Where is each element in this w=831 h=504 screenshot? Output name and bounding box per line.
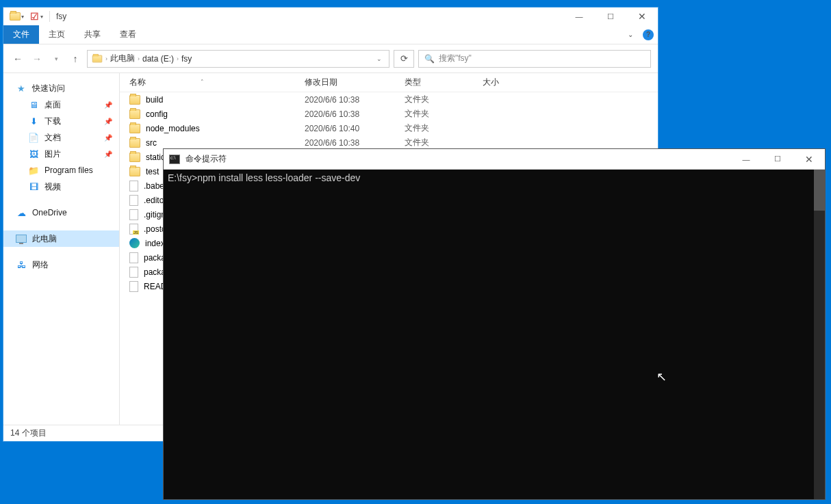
sidebar-item-视频[interactable]: 🎞视频 xyxy=(3,178,119,195)
file-type: 文件夹 xyxy=(405,108,483,120)
explorer-titlebar[interactable]: ▾ ☑ ▾ fsy — ☐ ✕ xyxy=(3,8,658,25)
file-row[interactable]: config2020/6/6 10:38文件夹 xyxy=(120,107,658,121)
qat-properties-icon[interactable]: ☑ xyxy=(27,9,42,24)
qat-dropdown2-icon[interactable]: ▾ xyxy=(40,14,46,20)
edge-icon xyxy=(129,238,140,248)
sidebar-quick-access[interactable]: ★ 快速访问 xyxy=(3,80,119,96)
file-name: build xyxy=(146,95,163,105)
sidebar-item-文档[interactable]: 📄文档📌 xyxy=(3,129,119,146)
file-date: 2020/6/6 10:38 xyxy=(305,95,405,105)
file-name: config xyxy=(146,109,168,119)
breadcrumb-thispc[interactable]: 此电脑 xyxy=(110,53,135,64)
cloud-icon: ☁ xyxy=(16,207,27,218)
file-type: 文件夹 xyxy=(405,122,483,134)
cmd-titlebar[interactable]: 命令提示符 — ☐ ✕ xyxy=(164,149,825,170)
file-icon xyxy=(129,267,138,278)
chevron-right-icon[interactable]: › xyxy=(177,55,179,62)
sidebar-item-Program files[interactable]: 📁Program files xyxy=(3,162,119,178)
sidebar-item-下载[interactable]: ⬇下载📌 xyxy=(3,113,119,129)
col-type[interactable]: 类型 xyxy=(405,77,483,88)
folder-icon xyxy=(129,124,140,133)
sidebar-item-label: 图片 xyxy=(44,148,61,160)
cmd-icon xyxy=(169,155,180,164)
file-row[interactable]: build2020/6/6 10:38文件夹 xyxy=(120,92,658,107)
file-type: 文件夹 xyxy=(405,137,483,148)
cmd-maximize-button[interactable]: ☐ xyxy=(762,149,793,170)
maximize-button[interactable]: ☐ xyxy=(595,8,626,25)
chevron-right-icon[interactable]: › xyxy=(105,55,107,62)
nav-row: ← → ▾ ↑ › 此电脑 › data (E:) › fsy ⌄ ⟳ 🔍 搜索… xyxy=(3,44,658,73)
js-icon xyxy=(129,224,138,235)
cmd-close-button[interactable]: ✕ xyxy=(793,149,825,170)
cmd-title-text: 命令提示符 xyxy=(186,153,227,165)
ribbon-tab-view[interactable]: 查看 xyxy=(110,25,146,44)
status-text: 14 个项目 xyxy=(10,427,47,439)
file-date: 2020/6/6 10:38 xyxy=(305,138,405,148)
sidebar-this-pc[interactable]: 此电脑 xyxy=(3,230,119,247)
pin-icon: 📌 xyxy=(104,150,112,158)
star-icon: ★ xyxy=(16,83,27,94)
col-name[interactable]: 名称 ˄ xyxy=(129,77,305,88)
sidebar-item-label: 桌面 xyxy=(44,99,61,111)
col-size[interactable]: 大小 xyxy=(483,77,537,88)
ribbon-expand-icon[interactable]: ⌄ xyxy=(628,31,633,38)
chevron-right-icon[interactable]: › xyxy=(138,55,140,62)
file-name: node_modules xyxy=(146,124,200,133)
column-headers: 名称 ˄ 修改日期 类型 大小 xyxy=(120,73,658,92)
file-date: 2020/6/6 10:40 xyxy=(305,124,405,133)
search-icon: 🔍 xyxy=(424,54,435,64)
folder-icon xyxy=(129,167,140,176)
document-icon: 📄 xyxy=(28,132,39,143)
picture-icon: 🖼 xyxy=(28,148,39,159)
sidebar-item-label: 文档 xyxy=(44,132,61,144)
ribbon-tab-share[interactable]: 共享 xyxy=(75,25,110,44)
cmd-terminal[interactable]: E:\fsy>npm install less less-loader --sa… xyxy=(164,170,825,499)
address-bar[interactable]: › 此电脑 › data (E:) › fsy ⌄ xyxy=(87,50,389,68)
breadcrumb-folder[interactable]: fsy xyxy=(181,54,192,64)
col-date[interactable]: 修改日期 xyxy=(305,77,405,88)
window-title: fsy xyxy=(56,12,66,21)
sidebar-onedrive[interactable]: ☁ OneDrive xyxy=(3,204,119,221)
cmd-window: 命令提示符 — ☐ ✕ E:\fsy>npm install less less… xyxy=(163,148,826,500)
help-icon[interactable]: ? xyxy=(643,29,654,40)
address-dropdown-icon[interactable]: ⌄ xyxy=(376,55,385,62)
file-row[interactable]: src2020/6/6 10:38文件夹 xyxy=(120,135,658,150)
window-controls: — ☐ ✕ xyxy=(563,8,658,25)
sidebar: ★ 快速访问 🖥桌面📌⬇下载📌📄文档📌🖼图片📌📁Program files🎞视频… xyxy=(3,73,120,425)
cmd-minimize-button[interactable]: — xyxy=(730,149,762,170)
minimize-button[interactable]: — xyxy=(563,8,595,25)
video-icon: 🎞 xyxy=(28,181,39,192)
address-folder-icon xyxy=(92,55,102,62)
folder-icon xyxy=(129,95,140,105)
download-icon: ⬇ xyxy=(28,116,39,127)
folder-icon xyxy=(129,138,140,148)
desktop-icon: 🖥 xyxy=(28,99,39,110)
nav-back-button[interactable]: ← xyxy=(10,53,25,64)
sidebar-item-label: Program files xyxy=(44,165,93,175)
sidebar-item-图片[interactable]: 🖼图片📌 xyxy=(3,146,119,162)
nav-forward-button[interactable]: → xyxy=(29,53,44,64)
file-name: test xyxy=(146,167,159,176)
folder-icon xyxy=(129,152,140,162)
sidebar-network[interactable]: 🖧 网络 xyxy=(3,256,119,273)
close-button[interactable]: ✕ xyxy=(626,8,658,25)
nav-up-button[interactable]: ↑ xyxy=(68,53,83,64)
cmd-line: E:\fsy>npm install less less-loader --sa… xyxy=(168,172,360,183)
qat-folder-icon[interactable] xyxy=(8,9,23,24)
breadcrumb-drive[interactable]: data (E:) xyxy=(142,54,174,64)
file-row[interactable]: node_modules2020/6/6 10:40文件夹 xyxy=(120,121,658,135)
nav-recent-dropdown[interactable]: ▾ xyxy=(49,55,64,62)
monitor-icon xyxy=(16,233,27,244)
sidebar-item-桌面[interactable]: 🖥桌面📌 xyxy=(3,96,119,113)
pin-icon: 📌 xyxy=(104,134,112,142)
ribbon-tab-home[interactable]: 主页 xyxy=(39,25,75,44)
folder-icon: 📁 xyxy=(28,165,39,176)
ribbon-file-tab[interactable]: 文件 xyxy=(3,25,39,44)
qat-dropdown-icon[interactable]: ▾ xyxy=(21,14,27,20)
refresh-button[interactable]: ⟳ xyxy=(394,50,414,68)
file-type: 文件夹 xyxy=(405,94,483,105)
file-icon xyxy=(129,209,138,220)
search-input[interactable]: 🔍 搜索"fsy" xyxy=(418,50,651,68)
cmd-scrollbar[interactable] xyxy=(814,170,825,499)
file-icon xyxy=(129,195,138,206)
